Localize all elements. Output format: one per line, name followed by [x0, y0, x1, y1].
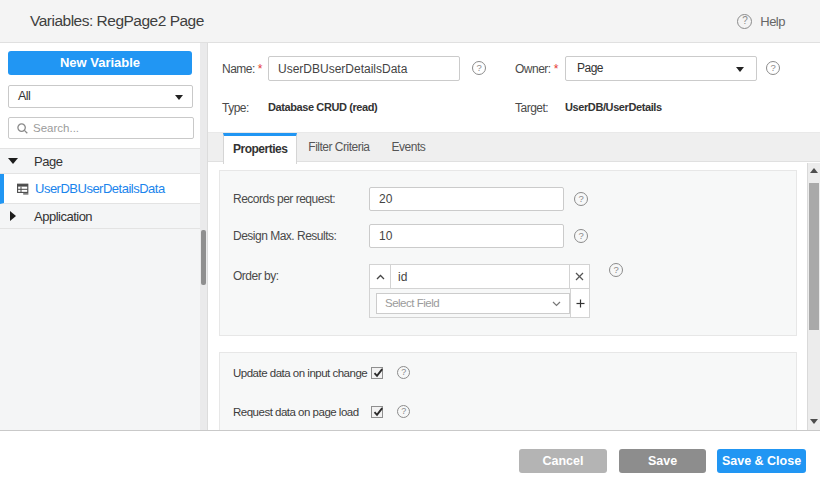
tab-bar: Properties Filter Criteria Events	[208, 132, 820, 162]
search-icon	[17, 123, 28, 134]
owner-select[interactable]: Page	[565, 56, 757, 81]
name-help-icon[interactable]: ?	[472, 61, 486, 75]
properties-panel: Records per request: ? Design Max. Resul…	[208, 163, 820, 430]
owner-label: Owner:*	[515, 62, 558, 76]
tree-node-page[interactable]: Page	[0, 149, 200, 174]
tree-node-label: Application	[26, 209, 92, 224]
chevron-down-icon	[736, 67, 744, 72]
variable-filter-value: All	[18, 89, 30, 103]
checkmark-icon	[372, 406, 385, 419]
request-on-load-checkbox[interactable]	[371, 406, 383, 418]
search-input[interactable]	[28, 122, 193, 134]
search-field	[8, 117, 194, 139]
target-label: Target:	[515, 101, 548, 115]
page-title: Variables: RegPage2 Page	[30, 0, 204, 42]
chevron-up-icon	[376, 274, 385, 280]
close-icon	[575, 272, 584, 281]
owner-value: Page	[577, 61, 603, 75]
chevron-down-icon	[552, 301, 561, 307]
scroll-up-button[interactable]	[808, 168, 820, 173]
select-field-dropdown[interactable]: Select Field	[376, 293, 570, 314]
expanded-arrow-icon	[8, 158, 18, 164]
order-by-help-icon[interactable]: ?	[609, 263, 623, 277]
design-max-results-label: Design Max. Results:	[233, 229, 369, 243]
sidebar-scrollbar-thumb[interactable]	[201, 230, 206, 285]
type-label: Type:	[222, 101, 249, 115]
arrow-down-icon	[810, 419, 818, 424]
design-max-results-help-icon[interactable]: ?	[574, 229, 588, 243]
type-value: Database CRUD (read)	[268, 101, 377, 113]
order-by-label: Order by:	[233, 264, 369, 289]
save-and-close-button[interactable]: Save & Close	[717, 449, 806, 473]
content-scrollbar[interactable]	[807, 163, 820, 430]
order-by-field-input[interactable]	[391, 264, 570, 289]
collapsed-arrow-icon	[10, 211, 16, 221]
tab-properties[interactable]: Properties	[223, 133, 297, 164]
add-order-field-button[interactable]	[570, 289, 589, 317]
checkmark-icon	[372, 367, 385, 380]
records-per-request-input[interactable]	[369, 187, 564, 211]
cancel-button[interactable]: Cancel	[519, 449, 607, 473]
select-field-placeholder: Select Field	[385, 297, 439, 309]
variable-detail-panel: Name:* ? Owner:* Page ? Type: Database C…	[208, 43, 820, 430]
help-icon: ?	[737, 14, 752, 29]
arrow-up-icon	[810, 168, 818, 173]
help-button[interactable]: ? Help	[737, 0, 785, 42]
save-button[interactable]: Save	[619, 449, 706, 473]
records-per-request-help-icon[interactable]: ?	[574, 192, 588, 206]
tab-events[interactable]: Events	[381, 133, 437, 161]
new-variable-button[interactable]: New Variable	[8, 51, 192, 75]
update-on-input-help-icon[interactable]: ?	[397, 366, 410, 379]
remove-order-field-button[interactable]	[570, 264, 590, 289]
dialog-header: Variables: RegPage2 Page ? Help	[0, 0, 820, 43]
content-scrollbar-thumb[interactable]	[809, 183, 819, 330]
behavior-settings-card: Update data on input change ? Request da…	[219, 352, 797, 430]
chevron-down-icon	[175, 95, 183, 100]
update-on-input-label: Update data on input change	[233, 367, 371, 379]
variables-dialog: Variables: RegPage2 Page ? Help New Vari…	[0, 0, 820, 486]
variables-tree: Page UserDBUserDetailsData Application	[0, 148, 200, 430]
name-input[interactable]	[268, 56, 460, 81]
variable-type-icon	[17, 183, 29, 195]
records-per-request-label: Records per request:	[233, 192, 369, 206]
tree-node-label: UserDBUserDetailsData	[35, 181, 165, 196]
target-value: UserDB/UserDetails	[565, 101, 662, 113]
tree-node-label: Page	[26, 154, 62, 169]
owner-help-icon[interactable]: ?	[766, 61, 780, 75]
request-on-load-help-icon[interactable]: ?	[397, 405, 410, 418]
required-marker: *	[255, 62, 262, 76]
design-max-results-input[interactable]	[369, 224, 564, 248]
order-direction-button[interactable]	[369, 264, 391, 289]
tree-node-application[interactable]: Application	[0, 204, 200, 229]
update-on-input-checkbox[interactable]	[371, 367, 383, 379]
name-label: Name:*	[222, 62, 262, 76]
request-on-load-label: Request data on page load	[233, 406, 371, 418]
required-marker: *	[551, 62, 558, 76]
variable-filter-select[interactable]: All	[8, 85, 193, 108]
order-by-editor: Select Field	[369, 264, 590, 318]
data-settings-card: Records per request: ? Design Max. Resul…	[219, 170, 797, 336]
variables-sidebar: New Variable All Page	[0, 43, 208, 430]
tree-node-variable[interactable]: UserDBUserDetailsData	[0, 174, 200, 204]
scroll-down-button[interactable]	[808, 419, 820, 424]
help-label: Help	[760, 14, 785, 29]
dialog-footer: Cancel Save Save & Close	[0, 430, 820, 486]
plus-icon	[576, 299, 585, 308]
tab-filter-criteria[interactable]: Filter Criteria	[297, 133, 380, 161]
